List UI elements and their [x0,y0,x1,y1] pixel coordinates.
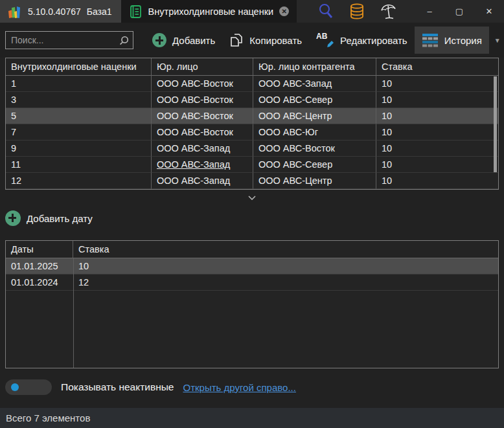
beach-umbrella-icon[interactable] [380,3,397,20]
tab-markups[interactable]: Внутрихолдинговые наценки ✕ [121,0,297,23]
database-name: База1 [87,6,112,17]
app-section: 5.10.0.40767 База1 [0,0,121,23]
toolbar-overflow-chevron-icon[interactable]: ▼ [489,37,504,44]
search-box[interactable] [5,31,133,49]
show-inactive-label: Показывать неактивные [61,381,174,393]
table-cell: 1 [6,76,152,92]
column-header[interactable]: Юр. лицо [152,58,253,76]
global-search-icon[interactable] [317,3,334,20]
table-cell: 5 [6,108,152,124]
database-icon[interactable] [349,3,365,20]
add-button[interactable]: Добавить [145,27,222,54]
table-cell: ООО АВС-Восток [152,108,253,124]
plus-icon [5,210,21,226]
add-date-label: Добавить дату [27,213,93,224]
add-date-button[interactable]: Добавить дату [5,205,93,232]
maximize-button[interactable]: ▢ [444,0,474,23]
table-cell: 12 [73,275,498,291]
tab-close-icon[interactable]: ✕ [279,6,289,16]
table-cell: ООО АВС-Юг [253,124,376,141]
toggle-knob [11,383,19,391]
table-cell: ООО АВС-Восток [152,92,253,108]
table-cell: ООО АВС-Север [253,92,376,108]
table-cell: 10 [376,124,498,141]
table-cell: ООО АВС-Запад [152,141,253,157]
open-other-reference-link[interactable]: Открыть другой справо... [183,382,296,393]
table-cell: 10 [376,92,498,108]
show-inactive-toggle[interactable] [5,379,52,395]
cell-link[interactable]: ООО АВС-Запад [157,159,230,170]
dates-table: ДатыСтавка 01.01.20251001.01.202412 [5,240,499,368]
markups-table: Внутрихолдинговые наценкиЮр. лицоЮр. лиц… [5,58,499,190]
history-button-label: История [444,35,482,46]
column-divider [73,258,74,368]
main-table-header: Внутрихолдинговые наценкиЮр. лицоЮр. лиц… [6,58,498,76]
edit-button[interactable]: AB Редактировать [309,27,415,54]
total-count-label: Всего 7 элементов [6,412,90,423]
table-cell: 9 [6,141,152,157]
dates-table-header: ДатыСтавка [6,241,498,258]
table-cell: 11 [6,157,152,173]
edit-button-label: Редактировать [340,35,407,46]
status-bar: Всего 7 элементов [0,408,504,428]
copy-button[interactable]: Копировать [222,27,309,54]
chevron-down-icon [248,196,256,200]
app-logo-icon [6,4,22,19]
vertical-scrollbar[interactable] [494,76,497,172]
table-row[interactable]: 01.01.202412 [6,275,498,291]
table-cell: 3 [6,92,152,108]
dates-table-body: 01.01.20251001.01.202412 [6,258,498,368]
main-table-body: 1ООО АВС-ВостокООО АВС-Запад103ООО АВС-В… [6,76,498,189]
table-cell: ООО АВС-Север [253,157,376,173]
table-cell: 10 [376,108,498,124]
minimize-button[interactable]: – [415,0,444,23]
table-cell: 10 [376,157,498,173]
table-cell: ООО АВС-Центр [253,108,376,124]
edit-ab-pencil-icon: AB [316,32,334,49]
tab-title: Внутрихолдинговые наценки [148,6,274,17]
app-version: 5.10.0.40767 [28,6,81,17]
plus-icon [152,33,166,47]
splitter[interactable] [0,190,504,205]
column-header[interactable]: Даты [6,241,73,258]
table-cell: 12 [6,173,152,189]
table-cell: ООО АВС-Запад [152,157,253,173]
column-header[interactable]: Внутрихолдинговые наценки [6,58,152,76]
column-header[interactable]: Ставка [376,58,498,76]
copy-button-label: Копировать [249,35,302,46]
column-header[interactable]: Ставка [73,241,498,258]
table-cell: 10 [73,258,498,275]
book-icon [129,5,143,19]
table-cell: ООО АВС-Запад [253,76,376,92]
table-cell: ООО АВС-Восток [152,124,253,141]
titlebar-drag-area [397,0,415,23]
table-row[interactable]: 01.01.202510 [6,258,498,275]
search-icon [119,36,129,45]
search-input[interactable] [11,35,119,45]
history-table-icon [422,33,439,47]
table-cell: 10 [376,141,498,157]
table-cell: 01.01.2024 [6,275,73,291]
table-cell: 10 [376,76,498,92]
close-button[interactable]: ✕ [474,0,504,23]
table-cell: 7 [6,124,152,141]
table-cell: ООО АВС-Запад [152,173,253,189]
column-header[interactable]: Юр. лицо контрагента [253,58,376,76]
copy-icon [229,32,244,48]
table-cell: ООО АВС-Центр [253,173,376,189]
table-cell: ООО АВС-Восток [253,141,376,157]
toolbar: Добавить Копировать AB Редактировать [0,23,504,58]
history-button[interactable]: История [415,27,489,54]
table-cell: ООО АВС-Восток [152,76,253,92]
table-cell: 01.01.2025 [6,258,73,275]
add-button-label: Добавить [172,35,215,46]
table-cell: 10 [376,173,498,189]
title-bar: 5.10.0.40767 База1 Внутрихолдинговые нац… [0,0,504,23]
